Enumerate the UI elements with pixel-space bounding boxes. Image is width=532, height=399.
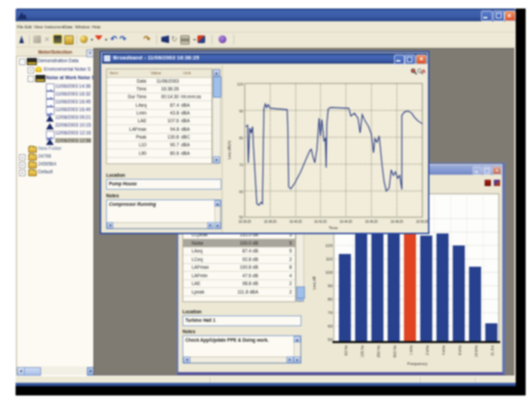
svg-text:125 Hz: 125 Hz [360, 345, 364, 358]
svg-text:16:48:25: 16:48:25 [391, 220, 403, 224]
svg-text:110: 110 [325, 257, 332, 261]
svg-text:A: A [422, 68, 426, 74]
svg-text:60: 60 [239, 190, 243, 194]
svg-text:Frequency: Frequency [407, 362, 427, 366]
svg-text:120: 120 [325, 243, 333, 248]
svg-text:4 kHz: 4 kHz [441, 345, 446, 355]
svg-text:31.5 k: 31.5 k [490, 345, 495, 356]
svg-text:Leq dB: Leq dB [312, 276, 316, 289]
svg-text:90: 90 [239, 109, 243, 113]
svg-text:16:38:25: 16:38:25 [264, 220, 277, 224]
svg-text:60: 60 [328, 324, 332, 328]
svg-text:100: 100 [325, 270, 333, 274]
svg-text:100: 100 [237, 82, 243, 86]
svg-text:16:44:25: 16:44:25 [340, 220, 352, 224]
svg-text:16:40:25: 16:40:25 [289, 220, 302, 224]
svg-text:80: 80 [239, 136, 243, 140]
svg-text:250 Hz: 250 Hz [376, 345, 381, 358]
svg-text:90: 90 [328, 284, 332, 288]
svg-text:50: 50 [239, 215, 243, 219]
svg-text:63 Hz: 63 Hz [344, 345, 348, 356]
svg-text:16:36:25: 16:36:25 [238, 220, 251, 224]
svg-text:16:42:25: 16:42:25 [314, 220, 327, 224]
svg-text:50: 50 [328, 337, 332, 342]
svg-text:Leq dB(A): Leq dB(A) [227, 140, 231, 159]
svg-text:16:46:25: 16:46:25 [365, 220, 378, 224]
svg-text:70: 70 [328, 311, 332, 315]
svg-text:16:50:25: 16:50:25 [416, 220, 428, 224]
svg-text:2 kHz: 2 kHz [425, 345, 429, 355]
svg-text:Time: Time [328, 226, 338, 230]
svg-text:80: 80 [328, 297, 332, 301]
svg-text:1 kHz: 1 kHz [409, 345, 413, 355]
svg-text:16 kHz: 16 kHz [474, 345, 478, 357]
svg-text:8 kHz: 8 kHz [458, 345, 462, 355]
svg-text:70: 70 [239, 163, 243, 167]
svg-text:500 Hz: 500 Hz [393, 345, 397, 358]
